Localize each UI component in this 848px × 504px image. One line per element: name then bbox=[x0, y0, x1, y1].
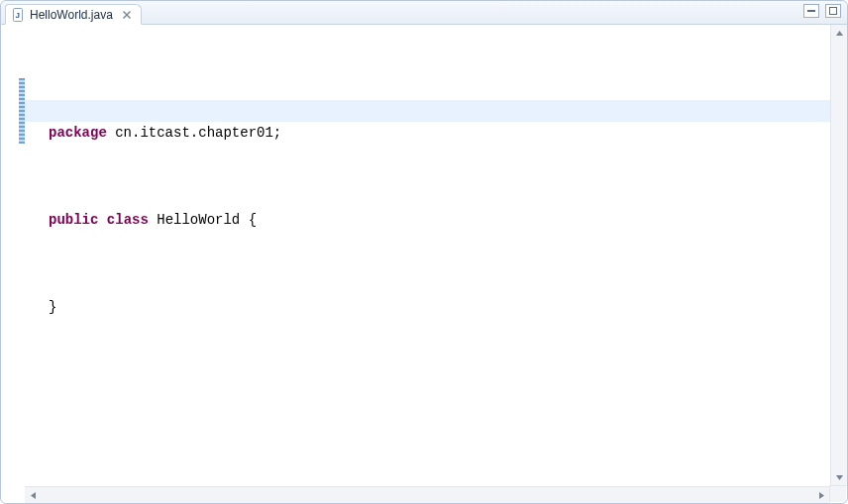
scroll-left-icon[interactable] bbox=[27, 489, 40, 502]
scroll-down-icon[interactable] bbox=[833, 471, 846, 484]
code-line bbox=[49, 252, 830, 274]
java-file-icon: J bbox=[12, 8, 26, 22]
editor-area: package cn.itcast.chapter01; public clas… bbox=[1, 25, 847, 503]
tab-filename: HelloWorld.java bbox=[30, 8, 113, 22]
editor-tab[interactable]: J HelloWorld.java bbox=[5, 4, 142, 25]
keyword-public: public bbox=[49, 212, 98, 228]
editor-window: J HelloWorld.java package cn.itcast bbox=[0, 0, 848, 504]
scroll-right-icon[interactable] bbox=[815, 489, 828, 502]
maximize-button[interactable] bbox=[825, 4, 841, 18]
code-line: } bbox=[49, 296, 830, 318]
vertical-scrollbar[interactable] bbox=[830, 25, 847, 486]
svg-marker-7 bbox=[819, 492, 824, 499]
code-line: package cn.itcast.chapter01; bbox=[49, 122, 830, 144]
code-editor[interactable]: package cn.itcast.chapter01; public clas… bbox=[25, 25, 830, 486]
keyword-class: class bbox=[107, 212, 149, 228]
minimize-icon bbox=[807, 10, 815, 12]
window-controls bbox=[803, 4, 841, 18]
code-line bbox=[49, 165, 830, 187]
code-line: public class HelloWorld { bbox=[49, 209, 830, 231]
horizontal-scrollbar[interactable] bbox=[25, 486, 830, 503]
scrollbar-corner bbox=[829, 485, 846, 502]
tab-bar: J HelloWorld.java bbox=[1, 1, 847, 25]
svg-text:J: J bbox=[16, 11, 20, 20]
keyword-package: package bbox=[49, 125, 107, 141]
close-icon[interactable] bbox=[121, 9, 133, 21]
gutter bbox=[1, 25, 25, 486]
svg-marker-4 bbox=[836, 31, 843, 36]
scroll-up-icon[interactable] bbox=[833, 27, 846, 40]
svg-marker-5 bbox=[836, 475, 843, 480]
editor-body: package cn.itcast.chapter01; public clas… bbox=[1, 25, 847, 486]
svg-marker-6 bbox=[31, 492, 36, 499]
minimize-button[interactable] bbox=[803, 4, 819, 18]
maximize-icon bbox=[829, 7, 837, 15]
